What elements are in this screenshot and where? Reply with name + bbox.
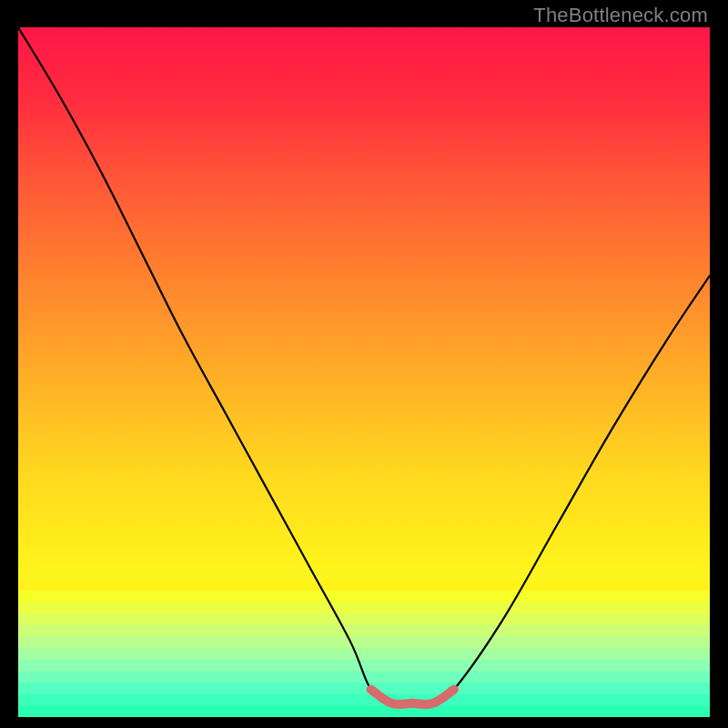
bottom-bands (18, 579, 710, 717)
svg-rect-6 (18, 648, 710, 660)
svg-rect-4 (18, 625, 710, 637)
svg-rect-7 (18, 660, 710, 672)
svg-rect-3 (18, 613, 710, 625)
svg-rect-5 (18, 637, 710, 649)
chart-svg (18, 27, 710, 717)
svg-rect-11 (18, 705, 710, 717)
svg-rect-10 (18, 694, 710, 706)
svg-rect-0 (18, 579, 710, 591)
svg-rect-2 (18, 602, 710, 614)
chart-frame (18, 27, 710, 717)
watermark-text: TheBottleneck.com (533, 4, 708, 27)
svg-rect-9 (18, 682, 710, 694)
svg-rect-1 (18, 591, 710, 602)
